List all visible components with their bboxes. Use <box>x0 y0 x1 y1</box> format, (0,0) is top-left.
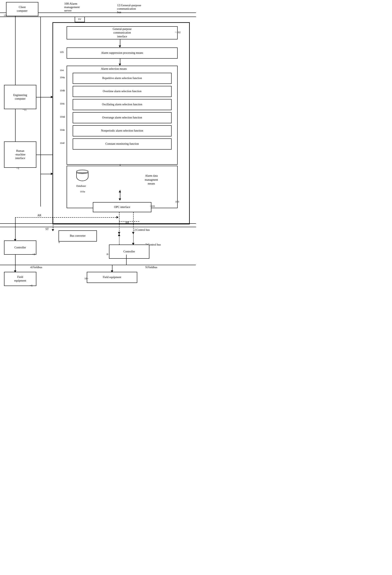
arrow-to-controller-left <box>14 239 16 241</box>
vline-left-to-fieldbus <box>15 255 16 265</box>
ref-102: ~102 <box>175 31 181 34</box>
ref-11: ~11 <box>22 108 27 111</box>
control-bus-2-label: 2:Control bus <box>134 228 150 232</box>
ref-104e: 104e <box>60 128 65 132</box>
arrow-dashed-up <box>118 234 120 236</box>
ref-5: ~5 <box>30 284 33 287</box>
opc-interface-box: OPC interface <box>93 202 152 212</box>
engineering-computer-box: Engineeringcomputer <box>4 85 36 109</box>
arrow-to-field-left <box>14 270 16 272</box>
ref-101: ~101 <box>150 205 155 208</box>
hline-eng-to-server <box>36 97 52 97</box>
vline-opc-dashed-2 <box>133 212 134 233</box>
overtime-box: Overtime alarm selection function <box>73 86 172 97</box>
ref-10: 10~ <box>84 277 88 280</box>
oscillating-box: Oscillating alarm selection function <box>73 99 172 110</box>
human-machine-box: Human-machineinterface <box>4 142 36 168</box>
vline-to-controller-left <box>15 227 16 240</box>
vline-opc-dashed-1 <box>119 212 119 233</box>
ref-104a: 104a <box>60 76 65 79</box>
hline-fieldbus-left <box>0 265 61 265</box>
ref-104d: 104d <box>60 115 65 119</box>
comm-bus-bottom-line <box>0 17 196 17</box>
fieldbus-4-label: 4:Fieldbus <box>30 266 42 269</box>
arrow-ar <box>116 216 118 218</box>
arrow-eng-to-server <box>51 96 53 98</box>
constant-monitoring-box: Constant monitoring function <box>73 139 172 149</box>
arrow-st-down <box>52 229 54 231</box>
general-comm-interface-box: General-purposecommunicationinterface <box>67 26 178 39</box>
ref-6: 6 <box>59 240 60 244</box>
ref-104f: 104f <box>60 142 65 145</box>
ar-label-top: AR <box>37 214 41 217</box>
vline-left-bus <box>40 17 41 207</box>
ref-13: 13 <box>4 14 6 17</box>
hline-control-bus-bottom <box>0 227 196 227</box>
sv-box: SV <box>75 17 85 22</box>
arrow-dashed-controller-r <box>132 243 134 245</box>
arrow-down-db <box>119 198 121 200</box>
controller-left-box: Controller <box>4 240 36 255</box>
database-icon <box>76 170 88 181</box>
ref-104: 104 <box>60 69 64 72</box>
overrange-box: Overrange alarm selection function <box>73 112 172 123</box>
arrow-to-selection <box>119 64 121 66</box>
ref-8: 8~ <box>107 253 109 256</box>
nonperiodic-box: Nonperiodic alarm selection function <box>73 125 172 136</box>
ar-label-right: AR <box>125 221 129 225</box>
hline-fieldbus-right <box>59 265 196 265</box>
ref-104c: 104c <box>60 102 65 105</box>
system-diagram: 12:General-purposecommunicationbus Clien… <box>0 0 196 288</box>
arrow-hmi-to-server <box>51 173 53 175</box>
arrow-up-db <box>119 190 121 192</box>
ref-3: ~3 <box>32 253 35 256</box>
field-equipment-right-box: Field equipment <box>87 272 137 283</box>
hline-control-bus-top <box>0 223 196 224</box>
client-computer-box: Clientcomputer <box>6 2 38 16</box>
bus-converter-box: Bus converter <box>59 230 97 241</box>
repetitive-box: Repetitive alarm selection function <box>73 73 172 84</box>
vline-controller-right-down <box>126 255 127 265</box>
ref-105: 105 <box>60 50 64 54</box>
ref-104b: 104b <box>60 89 65 92</box>
ref-103a: 103a <box>80 190 85 193</box>
arrow-to-field-right <box>111 270 113 272</box>
general-comm-bus-label: 12:General-purposecommunicationbus <box>117 4 141 14</box>
st-label: ST <box>45 228 49 231</box>
database-label: Database <box>76 184 86 188</box>
alarm-suppression-box: Alarm suppression processing means <box>67 48 178 59</box>
hline-ar-right <box>119 221 139 222</box>
hline-ar-dashed <box>15 217 118 218</box>
hline-hmi-to-server <box>40 174 52 174</box>
hline-hmi <box>36 155 52 155</box>
vline-st-dashed <box>53 217 53 230</box>
controller-right-box: Controller <box>109 244 149 259</box>
alarm-data-mgmt-label: Alarm datamanagmentmeans <box>133 174 170 186</box>
fieldbus-9-label: 9:Fieldbus <box>145 266 157 269</box>
arrow-to-suppression <box>119 46 121 48</box>
alarm-selection-label: Alarm selection means <box>101 67 127 71</box>
ref-103: 103 <box>175 200 179 203</box>
ref-1: ~1 <box>17 167 19 170</box>
alarm-server-label: 100:Alarmmanagementserver <box>64 2 80 12</box>
